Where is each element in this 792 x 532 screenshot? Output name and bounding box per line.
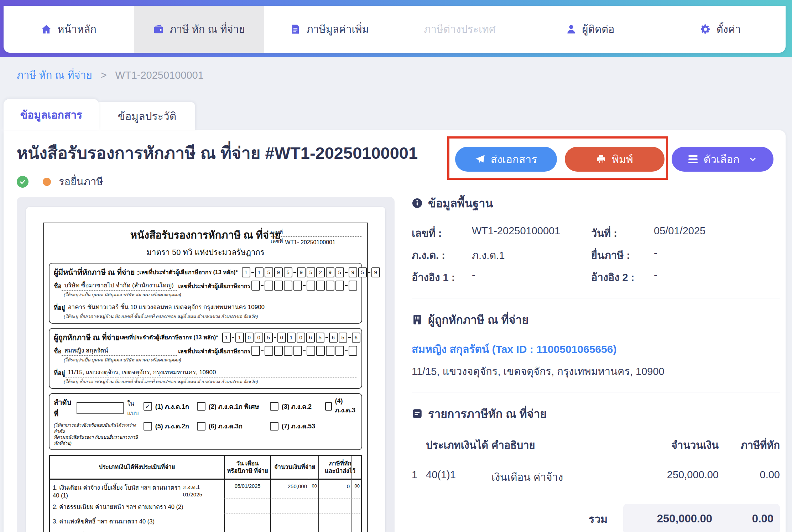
breadcrumb-parent-link[interactable]: ภาษี หัก ณ ที่จ่าย — [17, 67, 92, 83]
sequence-input-box — [77, 402, 123, 414]
wht-table-header: ประเภทเงินได้ คำอธิบาย จำนวนเงิน ภาษีที่… — [412, 437, 780, 453]
payee-name-link[interactable]: สมหญิง สกุลรัตน์ (Tax ID : 1100501065656… — [412, 341, 780, 358]
status-row: รอยื่นภาษี — [17, 173, 103, 190]
list-card-icon — [412, 408, 423, 419]
col-header-tax: ภาษีที่หัก — [719, 437, 780, 453]
divider — [412, 392, 780, 392]
form-type-checkbox: (2) ภ.ง.ด.1ก พิเศษ — [197, 397, 270, 415]
col-header-desc: คำอธิบาย — [491, 437, 630, 453]
breadcrumb-separator: > — [101, 69, 107, 81]
wallet-icon — [153, 24, 164, 35]
payer-name: บริษัท ซื้อมาขายไป จำกัด (สำนักงานใหญ่) — [62, 280, 178, 291]
income-table-row: 4. (ก) ดอกเบี้ย ฯลฯ ตามมาตรา 40 (4) (ก) — [50, 528, 361, 532]
field-value: - — [472, 269, 591, 286]
building-icon — [412, 314, 423, 325]
form-type-checkbox: (7) ภ.ง.ด.53 — [270, 421, 325, 431]
nav-item-label: ตั้งค่า — [717, 21, 741, 37]
col-date: วัน เดือนหรือปีภาษี ที่จ่าย — [224, 456, 270, 479]
nav-item-home[interactable]: หน้าหลัก — [4, 6, 134, 53]
income-table-row: 1. เงินเดือน ค่าจ้าง เบี้ยเลี้ยง โบนัส ฯ… — [50, 480, 361, 499]
row-number: 1 — [412, 469, 426, 481]
breadcrumb: ภาษี หัก ณ ที่จ่าย > WT1-20250100001 — [17, 67, 204, 83]
field-label: ยื่นภาษี : — [591, 247, 654, 264]
col-tax-withheld: ภาษีที่หักและนำส่งไว้ — [318, 456, 361, 479]
nav-item-label: ภาษี หัก ณ ที่จ่าย — [170, 21, 245, 37]
payee-section-title: ผู้ถูกหักภาษี ณ ที่จ่าย — [54, 332, 120, 343]
row-type: 40(1)1 — [426, 469, 491, 481]
form-doc-number: WT1- 20250100001 — [285, 239, 335, 246]
income-table-row: 3. ค่าแห่งลิขสิทธิ์ ฯลฯ ตามมาตรา 40 (3) — [50, 513, 361, 528]
form-type-checkbox: ✓(1) ภ.ง.ด.1ก — [144, 397, 197, 415]
home-icon — [41, 24, 52, 35]
print-button[interactable]: พิมพ์ — [565, 147, 665, 172]
col-income-type: ประเภทเงินได้พึงประเมินที่จ่าย — [50, 456, 224, 479]
nav-item-label: ผู้ติดต่อ — [582, 21, 615, 37]
payee-tax-id-boxes: 1100501065656 — [221, 333, 360, 343]
status-label: รอยื่นภาษี — [59, 173, 103, 190]
info-circle-icon — [412, 198, 423, 209]
row-tax: 0.00 — [719, 469, 780, 481]
field-value: - — [654, 247, 780, 264]
income-table: ประเภทเงินได้พึงประเมินที่จ่าย วัน เดือน… — [49, 455, 362, 532]
status-dot-icon — [43, 178, 51, 186]
basic-info-grid: เลขที่ : WT1-20250100001 วันที่ : 05/01/… — [412, 225, 780, 286]
field-value: - — [654, 269, 780, 286]
payee-address-line: 11/15, แขวงจตุจักร, เขตจตุจักร, กรุงเทพม… — [65, 367, 357, 377]
field-label: เลขที่ : — [412, 225, 472, 241]
person-icon — [566, 24, 577, 35]
row-desc: เงินเดือน ค่าจ้าง — [491, 469, 630, 485]
nav-item-label: ภาษีมูลค่าเพิ่ม — [306, 21, 369, 37]
sequence-note: (ให้สามารถอ้างอิงหรือสอบยันกันได้ระหว่าง… — [54, 422, 144, 447]
tab-history-info[interactable]: ข้อมูลประวัติ — [99, 102, 195, 130]
printer-icon — [596, 154, 606, 164]
nav-item-label: ภาษีต่างประเทศ — [424, 21, 496, 37]
payee-tax-id10-boxes — [250, 346, 357, 356]
check-circle-icon — [17, 176, 28, 188]
field-label: อ้างอิง 1 : — [412, 269, 472, 286]
top-navbar: หน้าหลัก ภาษี หัก ณ ที่จ่าย ภาษีมูลค่าเพ… — [4, 6, 786, 53]
options-button[interactable]: ตัวเลือก — [672, 147, 773, 172]
nav-item-vat[interactable]: ภาษีมูลค่าเพิ่ม — [264, 6, 395, 53]
document-preview-panel: หนังสือรับรองการหักภาษี ณ ที่จ่าย มาตรา … — [17, 197, 395, 532]
form-type-checkbox: (3) ภ.ง.ด.2 — [270, 397, 325, 415]
field-label: ภ.ง.ด. : — [412, 247, 472, 264]
form-sequence-section: ลำดับที่ ในแบบ (ให้สามารถอ้างอิงหรือสอบย… — [49, 393, 362, 450]
send-document-button[interactable]: ส่งเอกสาร — [455, 147, 557, 172]
gear-icon — [700, 24, 711, 35]
tab-document-info[interactable]: ข้อมูลเอกสาร — [4, 99, 99, 130]
payer-tax-id10-boxes — [250, 281, 357, 291]
form-type-checkbox: (6) ภ.ง.ด.3ก — [197, 421, 270, 431]
total-label: รวม — [412, 511, 608, 527]
col-amount-paid: จำนวนเงินที่จ่าย — [270, 456, 318, 479]
nav-item-foreign-tax: ภาษีต่างประเทศ — [395, 6, 525, 53]
income-table-row: 2. ค่าธรรมเนียม ค่านายหน้า ฯลฯ ตามมาตรา … — [50, 499, 361, 513]
payer-section-title: ผู้มีหน้าที่หักภาษี ณ ที่จ่าย : — [54, 266, 139, 278]
hamburger-icon — [688, 155, 698, 163]
detail-panel: ข้อมูลพื้นฐาน เลขที่ : WT1-20250100001 ว… — [412, 194, 780, 532]
breadcrumb-current: WT1-20250100001 — [115, 69, 204, 81]
wht-items-heading: รายการภาษีหัก ณ ที่จ่าย — [412, 405, 780, 423]
row-amount: 250,000.00 — [630, 469, 719, 481]
nav-item-contacts[interactable]: ผู้ติดต่อ — [525, 6, 655, 53]
form-subtitle: มาตรา 50 ทวิ แห่งประมวลรัษฎากร — [49, 246, 362, 259]
col-header-amount: จำนวนเงิน — [630, 437, 719, 453]
basic-info-heading: ข้อมูลพื้นฐาน — [412, 194, 780, 212]
divider — [412, 298, 780, 298]
receipt-icon — [290, 24, 301, 35]
paper-plane-icon — [475, 154, 485, 164]
form-book-number: เล่มที่ เลขที่WT1- 20250100001 — [271, 228, 361, 246]
total-amount: 250,000.00 — [608, 512, 712, 525]
wht-items-table: ประเภทเงินได้ คำอธิบาย จำนวนเงิน ภาษีที่… — [412, 437, 780, 532]
nav-item-label: หน้าหลัก — [57, 21, 97, 37]
nav-item-withholding-tax[interactable]: ภาษี หัก ณ ที่จ่าย — [134, 6, 264, 53]
nav-item-settings[interactable]: ตั้งค่า — [655, 6, 786, 53]
field-value: WT1-20250100001 — [472, 225, 591, 241]
form-payee-section: ผู้ถูกหักภาษี ณ ที่จ่าย เลขที่ประจำตัวผู… — [49, 328, 362, 389]
col-header-type: ประเภทเงินได้ — [426, 437, 491, 453]
field-value: ภ.ง.ด.1 — [472, 247, 591, 264]
payee-heading: ผู้ถูกหักภาษี ณ ที่จ่าย — [412, 311, 780, 329]
payer-address: อาคาร ชันทาวเวอร์ ชั้น 10 แขวงจอมพล เขตจ… — [65, 302, 357, 312]
payer-tax-id-boxes: 1159595295959 — [241, 267, 380, 277]
field-label: วันที่ : — [591, 225, 654, 241]
form-payer-section: ผู้มีหน้าที่หักภาษี ณ ที่จ่าย : เลขที่ปร… — [49, 263, 362, 324]
